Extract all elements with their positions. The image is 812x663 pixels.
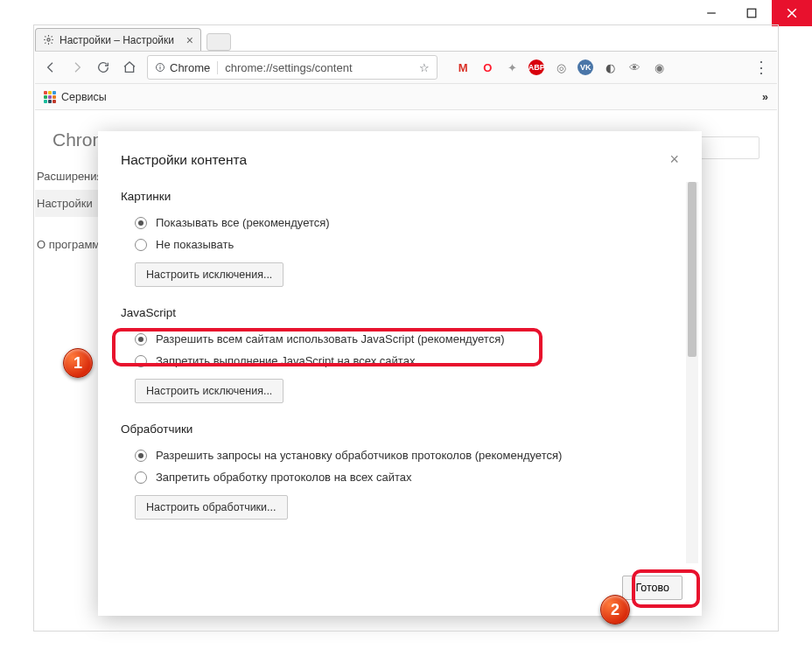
annotation-badge-1: 1 [63, 348, 93, 378]
scrollbar-thumb[interactable] [688, 182, 696, 357]
section-title-handlers: Обработчики [121, 422, 679, 436]
dialog-scrollbar[interactable] [686, 182, 698, 563]
button-images-exceptions[interactable]: Настроить исключения... [135, 262, 284, 287]
radio-icon [135, 450, 147, 462]
button-js-exceptions[interactable]: Настроить исключения... [135, 379, 284, 403]
radio-js-allow[interactable]: Разрешить всем сайтам использовать JavaS… [121, 328, 679, 350]
radio-icon [135, 239, 147, 251]
button-handlers-manage[interactable]: Настроить обработчики... [135, 495, 288, 520]
dialog-close-button[interactable]: × [669, 150, 679, 169]
annotation-badge-2: 2 [600, 595, 630, 625]
radio-icon [135, 333, 147, 345]
radio-icon [135, 471, 147, 484]
dialog-done-button[interactable]: Готово [622, 576, 682, 600]
section-title-javascript: JavaScript [121, 306, 679, 319]
radio-icon [135, 355, 147, 367]
radio-js-block[interactable]: Запретить выполнение JavaScript на всех … [121, 350, 679, 372]
radio-images-show-all[interactable]: Показывать все (рекомендуется) [121, 212, 679, 234]
radio-icon [135, 217, 147, 229]
radio-images-hide[interactable]: Не показывать [121, 234, 679, 255]
content-settings-dialog: Настройки контента × Картинки Показывать… [98, 131, 702, 616]
radio-handlers-allow[interactable]: Разрешить запросы на установку обработчи… [121, 444, 679, 466]
section-title-images: Картинки [121, 190, 679, 203]
dialog-title: Настройки контента [121, 152, 247, 168]
radio-handlers-block[interactable]: Запретить обработку протоколов на всех с… [121, 466, 679, 488]
